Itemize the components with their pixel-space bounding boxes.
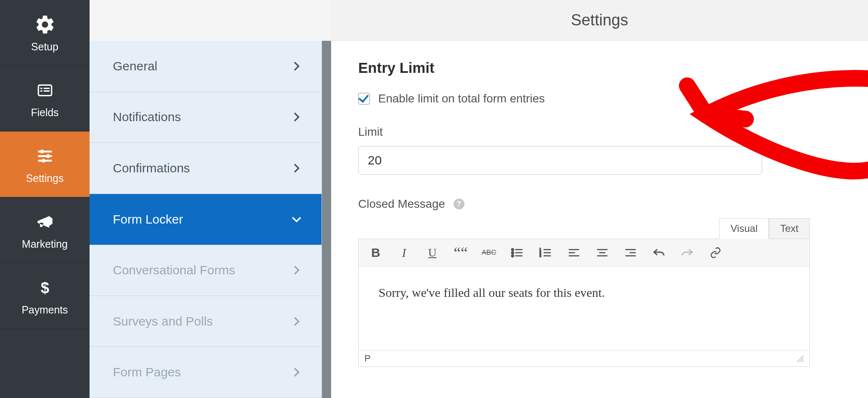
submenu-label: Notifications [113, 110, 181, 124]
submenu-label: General [113, 59, 157, 73]
svg-point-8 [46, 154, 50, 158]
blockquote-button[interactable]: ““ [454, 246, 468, 260]
nav-rail: Setup Fields Settings Marketing $ Paymen… [0, 0, 90, 398]
editor-textarea[interactable]: Sorry, we've filled all our seats for th… [359, 267, 809, 350]
list-icon [33, 78, 57, 102]
submenu-label: Surveys and Polls [113, 314, 213, 328]
submenu-item-form-pages[interactable]: Form Pages [90, 347, 322, 398]
strikethrough-button[interactable]: ABC [482, 246, 496, 260]
closed-message-label-text: Closed Message [358, 197, 445, 211]
editor-statusbar: P [359, 350, 809, 366]
redo-button[interactable] [680, 246, 694, 260]
page-title: Settings [331, 0, 868, 41]
enable-limit-label[interactable]: Enable limit on total form entries [378, 92, 545, 105]
submenu-item-general[interactable]: General [90, 41, 322, 92]
submenu-label: Form Locker [113, 212, 183, 226]
column-divider [322, 41, 331, 398]
submenu-item-form-locker[interactable]: Form Locker [90, 194, 322, 245]
nav-label-fields: Fields [31, 107, 59, 119]
chevron-down-icon [292, 214, 302, 224]
settings-submenu: General Notifications Confirmations Form… [90, 41, 322, 398]
submenu-item-confirmations[interactable]: Confirmations [90, 143, 322, 194]
resize-grip-icon[interactable] [796, 355, 803, 362]
align-center-button[interactable] [595, 246, 609, 260]
nav-label-setup: Setup [31, 41, 58, 53]
limit-input[interactable] [358, 146, 762, 174]
numbered-list-button[interactable]: 123 [539, 246, 553, 260]
nav-item-fields[interactable]: Fields [0, 66, 90, 132]
svg-point-12 [511, 249, 514, 251]
underline-button[interactable]: U [425, 246, 439, 260]
align-right-button[interactable] [624, 246, 638, 260]
chevron-right-icon [292, 163, 302, 173]
svg-point-10 [41, 159, 45, 162]
chevron-right-icon [292, 61, 302, 71]
editor-tabs: Visual Text [358, 218, 810, 239]
content-panel: Entry Limit Enable limit on total form e… [331, 41, 868, 398]
svg-point-16 [511, 255, 514, 257]
svg-point-6 [40, 149, 44, 153]
enable-limit-row: Enable limit on total form entries [358, 92, 810, 105]
limit-field-label: Limit [358, 125, 810, 139]
align-left-button[interactable] [567, 246, 581, 260]
chevron-right-icon [292, 265, 302, 275]
svg-point-14 [511, 252, 514, 254]
submenu-item-surveys-polls[interactable]: Surveys and Polls [90, 296, 322, 347]
enable-limit-checkbox[interactable] [358, 93, 370, 104]
bulleted-list-button[interactable] [510, 246, 524, 260]
chevron-right-icon [292, 112, 302, 122]
gear-icon [33, 12, 57, 37]
page-title-text: Settings [571, 11, 628, 29]
submenu-label: Confirmations [113, 161, 190, 175]
chevron-right-icon [292, 367, 302, 377]
nav-item-setup[interactable]: Setup [0, 0, 90, 66]
editor-path: P [364, 353, 371, 364]
editor-toolbar: B I U ““ ABC 123 [359, 239, 809, 267]
nav-label-marketing: Marketing [22, 238, 68, 250]
nav-item-settings[interactable]: Settings [0, 132, 90, 197]
nav-label-payments: Payments [22, 304, 68, 316]
nav-item-payments[interactable]: $ Payments [0, 263, 90, 329]
megaphone-icon [33, 210, 57, 234]
bold-button[interactable]: B [369, 246, 383, 260]
closed-message-label: Closed Message ? [358, 197, 810, 211]
rich-text-editor: B I U ““ ABC 123 [358, 239, 810, 367]
svg-text:$: $ [40, 279, 49, 296]
dollar-icon: $ [33, 276, 57, 300]
chevron-right-icon [292, 316, 302, 326]
link-button[interactable] [708, 246, 723, 260]
submenu-label: Form Pages [113, 365, 181, 379]
editor-tab-text[interactable]: Text [769, 218, 810, 239]
help-icon[interactable]: ? [454, 199, 464, 209]
submenu-label: Conversational Forms [113, 263, 235, 277]
nav-label-settings: Settings [26, 172, 63, 184]
submenu-item-conversational-forms[interactable]: Conversational Forms [90, 245, 322, 296]
sliders-icon [33, 144, 57, 168]
section-heading-entry-limit: Entry Limit [358, 60, 810, 76]
svg-text:3: 3 [539, 254, 541, 258]
italic-button[interactable]: I [397, 246, 411, 260]
submenu-item-notifications[interactable]: Notifications [90, 92, 322, 143]
main-area: Settings Entry Limit Enable limit on tot… [331, 0, 868, 398]
undo-button[interactable] [652, 246, 666, 260]
editor-tab-visual[interactable]: Visual [719, 218, 769, 239]
nav-item-marketing[interactable]: Marketing [0, 197, 90, 263]
